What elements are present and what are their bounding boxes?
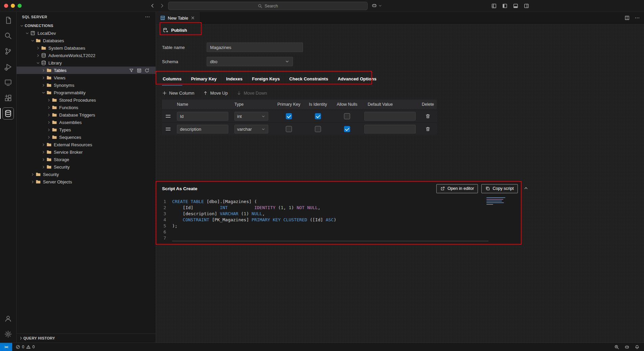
allow-nulls-checkbox[interactable] — [344, 126, 350, 132]
allow-nulls-checkbox[interactable] — [344, 113, 350, 119]
tab-new-table[interactable]: New Table — [156, 12, 200, 24]
status-bar: >< 0 0 — [0, 343, 644, 351]
layout-controls — [491, 3, 529, 9]
tree-item-views[interactable]: Views — [17, 74, 156, 81]
column-type-dropdown[interactable]: int — [234, 112, 268, 121]
server-icon — [30, 30, 36, 36]
forward-icon[interactable] — [159, 3, 165, 8]
trash-icon[interactable] — [425, 114, 431, 119]
tree-item-databases[interactable]: Databases — [17, 37, 156, 44]
activity-item-search[interactable] — [0, 28, 16, 44]
default-value-input[interactable] — [364, 112, 416, 121]
tree-item-functions[interactable]: Functions — [17, 104, 156, 111]
split-editor-icon[interactable] — [624, 15, 630, 21]
folder-icon — [52, 97, 57, 103]
activity-item-remote-explorer[interactable] — [0, 75, 16, 90]
move-up-button[interactable]: Move Up — [203, 91, 228, 96]
tree-item-server-objects[interactable]: Server Objects — [17, 178, 156, 185]
close-window-button[interactable] — [4, 4, 8, 8]
activity-item-manage[interactable] — [0, 326, 16, 342]
column-header-type: Type — [232, 100, 274, 109]
activity-item-sql-server[interactable] — [0, 106, 16, 121]
problems-status[interactable]: 0 0 — [12, 345, 34, 349]
column-type-value: varchar — [237, 127, 252, 132]
toggle-panel-icon[interactable] — [513, 3, 519, 9]
customize-layout-icon[interactable] — [491, 3, 497, 9]
code-text — [172, 235, 488, 241]
panel-collapse-chevron[interactable] — [523, 185, 529, 191]
default-value-input[interactable] — [364, 125, 416, 133]
activity-item-extensions[interactable] — [0, 90, 16, 106]
minimize-window-button[interactable] — [11, 4, 15, 8]
tree-item-library[interactable]: Library — [17, 59, 156, 67]
primary-key-checkbox[interactable] — [286, 113, 292, 119]
tree-item-system-databases[interactable]: System Databases — [17, 44, 156, 52]
tree-item-connections[interactable]: CONNECTIONS — [17, 22, 156, 29]
editor-tabbar: New Table — [156, 12, 644, 24]
activity-item-accounts[interactable] — [0, 311, 16, 326]
is-identity-checkbox[interactable] — [315, 113, 321, 119]
trash-icon[interactable] — [425, 126, 431, 132]
chevron-right-icon — [46, 135, 52, 140]
back-icon[interactable] — [150, 3, 155, 8]
tree-item-programmability[interactable]: Programmability — [17, 89, 156, 96]
designer-tab-foreign-keys[interactable]: Foreign Keys — [251, 73, 280, 85]
column-name-input[interactable] — [177, 125, 228, 133]
drag-handle[interactable] — [166, 128, 170, 130]
tree-item-synonyms[interactable]: Synonyms — [17, 81, 156, 89]
tree-item-security[interactable]: Security — [17, 163, 156, 171]
designer-tab-indexes[interactable]: Indexes — [226, 73, 243, 85]
publish-button[interactable]: Publish — [162, 25, 188, 35]
activity-item-explorer[interactable] — [0, 12, 16, 28]
zoom-window-button[interactable] — [18, 4, 22, 8]
table-name-input[interactable] — [207, 43, 303, 52]
tree-item-service-broker[interactable]: Service Broker — [17, 148, 156, 156]
column-type-dropdown[interactable]: varchar — [234, 125, 268, 133]
tree-item-security[interactable]: Security — [17, 171, 156, 178]
copilot-menu-button[interactable] — [371, 3, 382, 8]
refresh-icon[interactable] — [144, 68, 150, 73]
schema-dropdown[interactable]: dbo — [207, 57, 293, 66]
tree-item-types[interactable]: Types — [17, 126, 156, 133]
titlebar: Search — [0, 0, 644, 12]
primary-key-checkbox[interactable] — [286, 126, 292, 132]
more-actions-icon[interactable] — [635, 15, 640, 21]
tree-item-database-triggers[interactable]: Database Triggers — [17, 111, 156, 119]
table-icon[interactable] — [137, 68, 142, 73]
drag-handle[interactable] — [166, 115, 170, 118]
close-icon[interactable] — [190, 16, 195, 20]
tree-item-external-resources[interactable]: External Resources — [17, 141, 156, 148]
search-box[interactable]: Search — [168, 2, 368, 10]
open-in-editor-button[interactable]: Open in editor — [436, 184, 478, 193]
filter-icon[interactable] — [129, 68, 134, 73]
zoom-icon[interactable] — [614, 345, 619, 350]
copilot-icon[interactable] — [624, 345, 629, 350]
tree-item-stored-procedures[interactable]: Stored Procedures — [17, 96, 156, 104]
column-header-default-value: Default Value — [362, 100, 419, 109]
tree-item-localdev[interactable]: LocalDev — [17, 29, 156, 37]
query-history-section[interactable]: QUERY HISTORY — [17, 333, 156, 343]
activity-item-run-and-debug[interactable] — [0, 59, 16, 75]
tree-item-label: Security — [54, 165, 70, 170]
designer-tab-advanced-options[interactable]: Advanced Options — [337, 73, 377, 85]
table-name-label: Table name — [162, 45, 207, 50]
tree-item-storage[interactable]: Storage — [17, 156, 156, 163]
copy-script-button[interactable]: Copy script — [481, 184, 518, 193]
new-column-button[interactable]: New Column — [162, 91, 194, 96]
toggle-secondary-sidebar-icon[interactable] — [524, 3, 529, 9]
designer-tab-check-constraints[interactable]: Check Constraints — [289, 73, 329, 85]
more-actions-icon[interactable] — [145, 14, 150, 20]
tree-item-adventureworkslt2022[interactable]: AdventureWorksLT2022 — [17, 52, 156, 59]
activity-item-source-control[interactable] — [0, 44, 16, 59]
column-name-input[interactable] — [177, 112, 228, 121]
tree-item-sequences[interactable]: Sequences — [17, 133, 156, 141]
tree-item-assemblies[interactable]: Assemblies — [17, 119, 156, 126]
designer-tab-primary-key[interactable]: Primary Key — [190, 73, 217, 85]
tree-item-tables[interactable]: Tables — [17, 67, 156, 74]
remote-indicator[interactable]: >< — [0, 343, 12, 351]
bell-icon[interactable] — [635, 345, 640, 350]
is-identity-checkbox[interactable] — [315, 126, 321, 132]
folder-icon — [36, 38, 41, 43]
toggle-sidebar-icon[interactable] — [502, 3, 508, 9]
designer-tab-columns[interactable]: Columns — [162, 73, 182, 85]
